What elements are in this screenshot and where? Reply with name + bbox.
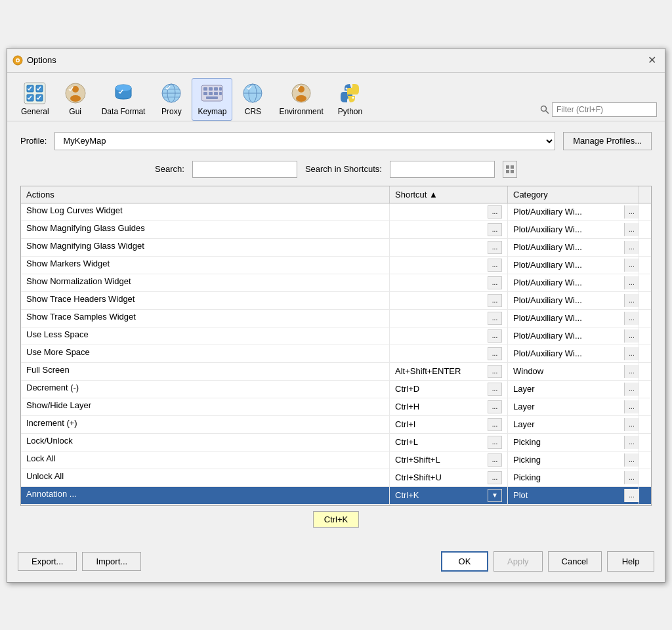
toolbar-item-environment[interactable]: Environment <box>273 78 329 121</box>
shortcut-edit-box[interactable]: Ctrl+K <box>313 511 359 528</box>
shortcut-clear-button[interactable]: ... <box>624 329 639 343</box>
shortcut-clear-button[interactable]: ... <box>624 471 639 484</box>
main-content: Profile: MyKeyMap Manage Profiles... Sea… <box>7 121 665 543</box>
shortcut-edit-button[interactable]: ... <box>488 294 502 307</box>
table-header: Actions Shortcut ▲ Category <box>21 186 651 203</box>
header-shortcut[interactable]: Shortcut ▲ <box>390 186 508 203</box>
header-actions: Actions <box>21 186 390 203</box>
shortcut-edit-button[interactable]: ... <box>488 223 502 236</box>
shortcut-edit-button[interactable]: ... <box>488 453 502 467</box>
table-cell-shortcut: ... <box>390 292 508 309</box>
table-cell-action: Show Magnifying Glass Widget <box>21 239 390 256</box>
search-icon <box>540 105 549 114</box>
crs-icon <box>241 81 264 105</box>
keymap-icon <box>200 81 224 105</box>
export-button[interactable]: Export... <box>18 552 77 571</box>
profile-select[interactable]: MyKeyMap <box>54 132 555 150</box>
table-row[interactable]: Decrement (-)Ctrl+D...Layer... <box>21 381 651 398</box>
shortcut-edit-button[interactable]: ... <box>488 471 502 484</box>
shortcut-clear-button[interactable]: ... <box>624 312 639 325</box>
table-row[interactable]: Annotation ...Ctrl+K▼Plot... <box>21 487 651 505</box>
toolbar-item-gui[interactable]: Gui <box>58 78 93 121</box>
apply-button[interactable]: Apply <box>494 551 543 572</box>
shortcut-clear-button[interactable]: ... <box>624 259 639 272</box>
toolbar-item-data-format[interactable]: Data Format <box>96 78 152 121</box>
shortcut-clear-button[interactable]: ... <box>624 223 639 236</box>
table-row[interactable]: Increment (+)Ctrl+I...Layer... <box>21 416 651 434</box>
table-cell-shortcut: ... <box>390 203 508 220</box>
header-scroll <box>639 186 651 203</box>
table-row[interactable]: Show Magnifying Glass Widget...Plot/Auxi… <box>21 239 651 257</box>
table-row[interactable]: Show Log Curves Widget...Plot/Auxiliary … <box>21 203 651 221</box>
shortcut-clear-button[interactable]: ... <box>624 383 639 396</box>
manage-profiles-button[interactable]: Manage Profiles... <box>563 132 652 150</box>
shortcut-clear-button[interactable]: ... <box>624 241 639 254</box>
svg-rect-25 <box>206 96 218 99</box>
table-row[interactable]: Use More Space...Plot/Auxiliary Wi...... <box>21 345 651 363</box>
shortcut-clear-button[interactable]: ... <box>624 276 639 289</box>
table-row[interactable]: Show Markers Widget...Plot/Auxiliary Wi.… <box>21 257 651 274</box>
shortcut-clear-button[interactable]: ... <box>624 436 639 449</box>
bottom-buttons: Export... Import... OK Apply Cancel Help <box>7 543 665 582</box>
shortcut-edit-button[interactable]: ... <box>488 400 502 413</box>
help-button[interactable]: Help <box>607 551 654 572</box>
toolbar-item-python[interactable]: Python <box>332 78 368 121</box>
cancel-button[interactable]: Cancel <box>548 551 602 572</box>
table-row[interactable]: Full ScreenAlt+Shift+ENTER...Window... <box>21 363 651 381</box>
shortcut-edit-button[interactable]: ... <box>488 383 502 396</box>
ok-button[interactable]: OK <box>441 551 488 572</box>
toolbar-item-proxy[interactable]: Proxy <box>154 78 189 121</box>
shortcut-dropdown-button[interactable]: ▼ <box>488 489 502 502</box>
close-button[interactable]: ✕ <box>644 52 660 68</box>
table-cell-action: Decrement (-) <box>21 381 390 398</box>
toolbar-item-keymap[interactable]: Keymap <box>192 78 232 121</box>
table-row[interactable]: Show Trace Headers Widget...Plot/Auxilia… <box>21 292 651 310</box>
scroll-fill <box>639 221 651 238</box>
shortcut-clear-button[interactable]: ... <box>624 205 639 219</box>
shortcut-edit-button[interactable]: ... <box>488 259 502 272</box>
table-row[interactable]: Show/Hide LayerCtrl+H...Layer... <box>21 398 651 416</box>
shortcut-edit-button[interactable]: ... <box>488 365 502 378</box>
shortcut-clear-button[interactable]: ... <box>624 294 639 307</box>
profile-label: Profile: <box>20 136 47 146</box>
shortcut-edit-button[interactable]: ... <box>488 329 502 343</box>
table-row[interactable]: Show Normalization Widget...Plot/Auxilia… <box>21 274 651 292</box>
shortcut-edit-button[interactable]: ... <box>488 347 502 360</box>
svg-rect-21 <box>214 87 218 91</box>
shortcut-edit-button[interactable]: ... <box>488 312 502 325</box>
shortcut-edit-button[interactable]: ... <box>488 205 502 219</box>
svg-rect-23 <box>209 92 213 95</box>
table-row[interactable]: Show Trace Samples Widget...Plot/Auxilia… <box>21 310 651 327</box>
table-row[interactable]: Unlock AllCtrl+Shift+U...Picking... <box>21 469 651 487</box>
search-shortcuts-button[interactable] <box>503 161 517 178</box>
shortcut-clear-button[interactable]: ... <box>624 365 639 378</box>
shortcut-clear-button[interactable]: ... <box>624 400 639 413</box>
shortcut-edit-button[interactable]: ... <box>488 436 502 449</box>
title-bar-left: Options <box>12 55 56 66</box>
table-cell-shortcut: ... <box>390 327 508 345</box>
shortcut-clear-button[interactable]: ... <box>624 489 639 502</box>
table-row[interactable]: Lock AllCtrl+Shift+L...Picking... <box>21 452 651 469</box>
table-body: Show Log Curves Widget...Plot/Auxiliary … <box>21 203 651 505</box>
table-cell-category: Window... <box>508 363 639 380</box>
table-cell-shortcut: ... <box>390 310 508 327</box>
import-button[interactable]: Import... <box>82 552 141 571</box>
shortcut-clear-button[interactable]: ... <box>624 418 639 431</box>
shortcut-edit-button[interactable]: ... <box>488 276 502 289</box>
shortcut-clear-button[interactable]: ... <box>624 347 639 360</box>
table-row[interactable]: Use Less Space...Plot/Auxiliary Wi...... <box>21 327 651 345</box>
table-row[interactable]: Lock/UnlockCtrl+L...Picking... <box>21 434 651 452</box>
shortcut-edit-button[interactable]: ... <box>488 241 502 254</box>
search-shortcuts-input[interactable] <box>390 161 495 178</box>
search-input[interactable] <box>192 161 297 178</box>
filter-input[interactable] <box>552 102 657 117</box>
toolbar-item-crs[interactable]: CRS <box>235 78 270 121</box>
scroll-fill <box>639 363 651 380</box>
table-cell-action: Show Normalization Widget <box>21 274 390 291</box>
table-cell-shortcut: Ctrl+Y... <box>390 505 508 505</box>
table-row[interactable]: RedoCtrl+Y...Plot... <box>21 505 651 505</box>
shortcut-edit-button[interactable]: ... <box>488 418 502 431</box>
table-row[interactable]: Show Magnifying Glass Guides...Plot/Auxi… <box>21 221 651 239</box>
shortcut-clear-button[interactable]: ... <box>624 453 639 467</box>
toolbar-item-general[interactable]: General <box>15 78 55 121</box>
